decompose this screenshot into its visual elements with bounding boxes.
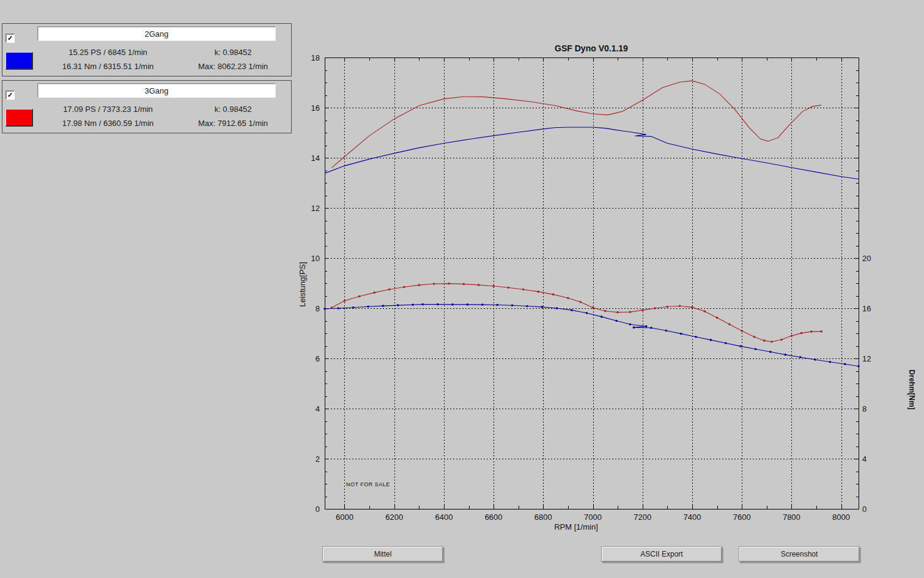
data-point-marker (579, 301, 582, 303)
curve-3gang-drehmoment (331, 284, 821, 342)
data-point-marker (755, 348, 757, 350)
data-point-marker (508, 286, 510, 289)
data-point-marker (679, 305, 681, 308)
left-tick-label: 4 (316, 404, 320, 413)
legend-panel-2gang: ✓ 15.25 PS / 6845 1/min k: 0.98452 16.31… (2, 23, 292, 76)
data-point-marker (650, 327, 652, 329)
data-point-marker (586, 312, 588, 314)
data-point-marker (422, 303, 424, 306)
data-point-marker (552, 294, 555, 296)
data-point-marker (665, 330, 668, 332)
data-point-marker (814, 358, 816, 361)
data-point-marker (641, 309, 644, 311)
data-point-marker (478, 284, 480, 286)
data-point-marker (522, 289, 525, 291)
data-point-marker (412, 304, 414, 306)
x-tick-label: 8000 (832, 513, 850, 522)
left-tick-label: 14 (311, 154, 320, 163)
data-point-marker (592, 306, 594, 309)
x-tick-label: 7800 (783, 513, 800, 522)
x-tick-label: 7200 (634, 513, 651, 522)
data-point-marker (448, 283, 450, 285)
x-tick-label: 6400 (435, 513, 453, 522)
screenshot-button[interactable]: Screenshot (739, 546, 860, 562)
data-point-marker (716, 317, 719, 319)
peak-torque-value: 16.31 Nm / 6315.51 1/min (39, 62, 177, 71)
data-point-marker (511, 305, 514, 307)
max-rpm-value: Max: 8062.23 1/min (182, 62, 284, 71)
right-tick-label: 12 (862, 354, 871, 363)
data-point-marker (556, 307, 558, 309)
x-axis-title: RPM [1/min] (554, 522, 598, 532)
left-tick-label: 2 (316, 454, 320, 464)
not-for-sale-watermark: NOT FOR SALE (346, 481, 390, 487)
left-tick-label: 16 (311, 103, 320, 113)
data-point-marker (373, 292, 375, 294)
curve-visible-checkbox[interactable]: ✓ (6, 34, 15, 43)
data-point-marker (633, 327, 635, 329)
x-tick-label: 6800 (534, 513, 552, 522)
right-tick-label: 20 (862, 254, 871, 263)
data-point-marker (397, 304, 399, 306)
left-tick-label: 6 (316, 354, 320, 363)
left-tick-label: 0 (316, 505, 320, 514)
data-point-marker (780, 339, 783, 341)
data-point-marker (810, 330, 813, 333)
curve-name-input[interactable] (37, 83, 276, 98)
curve-visible-checkbox[interactable]: ✓ (6, 91, 15, 100)
data-point-marker (567, 297, 569, 299)
data-point-marker (791, 335, 793, 337)
data-point-marker (331, 306, 333, 309)
x-tick-label: 7000 (584, 513, 602, 522)
data-point-marker (739, 345, 742, 347)
data-point-marker (704, 310, 706, 313)
curve-name-input[interactable] (37, 26, 276, 41)
data-point-marker (615, 320, 618, 322)
curve-3gang-leistung (331, 81, 821, 168)
data-point-marker (352, 306, 355, 309)
data-point-marker (604, 310, 607, 313)
ascii-export-button[interactable]: ASCII Export (601, 546, 722, 562)
right-axis-title: Drehm[Nm] (907, 369, 916, 409)
x-tick-label: 6000 (336, 513, 353, 522)
data-point-marker (741, 330, 743, 332)
data-point-marker (601, 316, 603, 318)
data-point-marker (388, 289, 391, 291)
x-tick-label: 7400 (683, 513, 701, 522)
x-tick-label: 7600 (733, 513, 751, 522)
data-point-marker (492, 285, 495, 287)
data-point-marker (654, 307, 656, 309)
data-point-marker (829, 361, 832, 363)
mittel-button[interactable]: Mittel (322, 546, 443, 562)
data-point-marker (437, 303, 439, 306)
data-point-marker (763, 339, 766, 342)
data-point-marker (616, 311, 619, 314)
app-window: 6000620064006600680070007200740076007800… (0, 0, 924, 578)
data-point-marker (784, 354, 786, 356)
right-tick-label: 16 (862, 304, 871, 313)
data-point-marker (571, 309, 573, 311)
max-rpm-value: Max: 7912.65 1/min (182, 119, 284, 128)
data-point-marker (820, 330, 822, 333)
data-point-marker (691, 306, 693, 309)
data-point-marker (799, 356, 802, 358)
data-point-marker (710, 339, 712, 341)
data-point-marker (367, 306, 369, 308)
data-point-marker (629, 323, 632, 325)
data-point-marker (481, 303, 484, 306)
curve-color-swatch (6, 109, 33, 127)
data-point-marker (680, 333, 682, 335)
left-tick-label: 12 (311, 204, 320, 213)
peak-power-value: 17.09 PS / 7373.23 1/min (39, 105, 177, 114)
chart-title: GSF Dyno V0.1.19 (555, 43, 628, 53)
left-tick-label: 18 (311, 53, 320, 62)
left-tick-label: 8 (316, 304, 320, 313)
data-point-marker (323, 308, 326, 310)
data-point-marker (526, 305, 528, 308)
data-point-marker (725, 342, 727, 344)
x-tick-label: 6600 (485, 513, 503, 522)
right-tick-label: 4 (862, 454, 867, 464)
curve-2gang-leistung (325, 127, 859, 179)
data-point-marker (769, 351, 772, 354)
data-point-marker (358, 295, 361, 298)
